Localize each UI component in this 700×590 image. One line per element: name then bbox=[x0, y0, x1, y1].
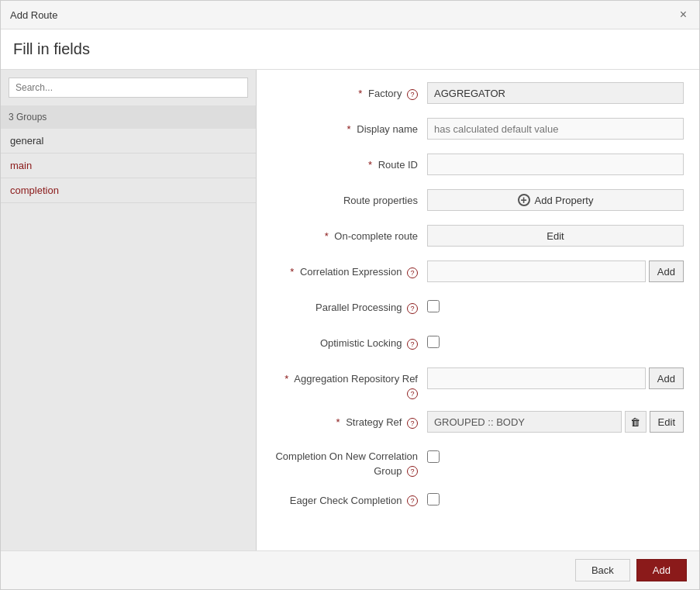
display-name-input[interactable] bbox=[427, 118, 684, 140]
search-container bbox=[1, 70, 256, 105]
dialog-subtitle: Fill in fields bbox=[1, 29, 699, 70]
eager-check-completion-label: Eager Check Completion ? bbox=[272, 489, 427, 508]
parallel-processing-checkbox[interactable] bbox=[427, 300, 440, 312]
optimistic-locking-row: Optimistic Locking ? bbox=[272, 332, 684, 357]
required-star: * bbox=[290, 266, 294, 278]
sidebar-item-completion[interactable]: completion bbox=[1, 178, 256, 203]
factory-help-icon[interactable]: ? bbox=[407, 89, 418, 100]
optimistic-locking-help-icon[interactable]: ? bbox=[407, 339, 418, 350]
completion-correlation-help-icon[interactable]: ? bbox=[407, 466, 418, 477]
eager-check-help-icon[interactable]: ? bbox=[407, 495, 418, 506]
add-circle-icon: + bbox=[518, 194, 530, 206]
back-button[interactable]: Back bbox=[575, 559, 630, 581]
completion-on-new-correlation-group-control bbox=[427, 447, 684, 463]
sidebar: 3 Groups general main completion bbox=[1, 70, 257, 550]
sidebar-item-main[interactable]: main bbox=[1, 154, 256, 178]
display-name-control bbox=[427, 118, 684, 140]
dialog-header: Add Route × bbox=[1, 1, 699, 29]
display-name-row: * Display name bbox=[272, 118, 684, 143]
dialog: Add Route × Fill in fields 3 Groups gene… bbox=[0, 0, 700, 590]
correlation-help-icon[interactable]: ? bbox=[407, 267, 418, 278]
strategy-ref-label: * Strategy Ref ? bbox=[272, 411, 427, 430]
search-input[interactable] bbox=[9, 78, 248, 98]
completion-on-new-correlation-group-checkbox[interactable] bbox=[427, 450, 440, 463]
route-properties-control: + Add Property bbox=[427, 189, 684, 211]
dialog-footer: Back Add bbox=[1, 550, 699, 589]
strategy-ref-help-icon[interactable]: ? bbox=[407, 418, 418, 429]
strategy-ref-row: * Strategy Ref ? GROUPED :: BODY 🗑 Edit bbox=[272, 411, 684, 436]
route-id-input[interactable] bbox=[427, 154, 684, 175]
add-property-button[interactable]: + Add Property bbox=[427, 189, 684, 211]
on-complete-route-row: * On-complete route Edit bbox=[272, 225, 684, 250]
factory-label: * Factory ? bbox=[272, 82, 427, 101]
factory-input[interactable] bbox=[427, 82, 684, 104]
required-star: * bbox=[358, 88, 362, 99]
parallel-processing-help-icon[interactable]: ? bbox=[407, 303, 418, 314]
correlation-expression-input[interactable] bbox=[427, 260, 646, 282]
required-star: * bbox=[284, 373, 288, 385]
on-complete-route-label: * On-complete route bbox=[272, 225, 427, 243]
route-id-label: * Route ID bbox=[272, 154, 427, 172]
parallel-processing-control bbox=[427, 296, 684, 312]
aggregation-repository-ref-label: * Aggregation Repository Ref ? bbox=[272, 367, 427, 400]
main-content: * Factory ? * Display name bbox=[257, 70, 699, 550]
eager-check-completion-control bbox=[427, 489, 684, 505]
strategy-ref-value: GROUPED :: BODY bbox=[427, 411, 622, 433]
correlation-expression-label: * Correlation Expression ? bbox=[272, 260, 427, 279]
optimistic-locking-label: Optimistic Locking ? bbox=[272, 332, 427, 350]
form-area: * Factory ? * Display name bbox=[257, 70, 699, 537]
display-name-label: * Display name bbox=[272, 118, 427, 136]
aggregation-repository-ref-row: * Aggregation Repository Ref ? Add bbox=[272, 367, 684, 400]
aggregation-repository-ref-control: Add bbox=[427, 367, 684, 389]
completion-on-new-correlation-group-label: Completion On New Correlation Group ? bbox=[272, 447, 427, 478]
add-button[interactable]: Add bbox=[636, 559, 687, 581]
eager-check-completion-checkbox[interactable] bbox=[427, 493, 440, 505]
route-properties-row: Route properties + Add Property bbox=[272, 189, 684, 214]
groups-header: 3 Groups bbox=[1, 105, 256, 129]
parallel-processing-row: Parallel Processing ? bbox=[272, 296, 684, 321]
dialog-body: 3 Groups general main completion * Facto… bbox=[1, 70, 699, 550]
route-properties-label: Route properties bbox=[272, 189, 427, 208]
route-id-row: * Route ID bbox=[272, 154, 684, 178]
eager-check-completion-row: Eager Check Completion ? bbox=[272, 489, 684, 514]
factory-row: * Factory ? bbox=[272, 82, 684, 107]
route-id-control bbox=[427, 154, 684, 175]
on-complete-route-control: Edit bbox=[427, 225, 684, 247]
correlation-expression-control: Add bbox=[427, 260, 684, 282]
correlation-expression-row: * Correlation Expression ? Add bbox=[272, 260, 684, 285]
parallel-processing-label: Parallel Processing ? bbox=[272, 296, 427, 315]
required-star: * bbox=[347, 123, 351, 135]
strategy-ref-delete-button[interactable]: 🗑 bbox=[625, 411, 647, 433]
aggregation-repository-ref-add-button[interactable]: Add bbox=[649, 367, 684, 389]
dialog-title: Add Route bbox=[10, 9, 57, 21]
correlation-expression-add-button[interactable]: Add bbox=[649, 260, 684, 282]
trash-icon: 🗑 bbox=[630, 416, 640, 428]
factory-control bbox=[427, 82, 684, 104]
close-button[interactable]: × bbox=[677, 7, 690, 22]
aggregation-help-icon[interactable]: ? bbox=[407, 388, 418, 399]
required-star: * bbox=[336, 416, 340, 428]
aggregation-repository-ref-input[interactable] bbox=[427, 367, 646, 389]
on-complete-route-edit-button[interactable]: Edit bbox=[427, 225, 684, 247]
strategy-ref-control: GROUPED :: BODY 🗑 Edit bbox=[427, 411, 684, 433]
completion-on-new-correlation-group-row: Completion On New Correlation Group ? bbox=[272, 447, 684, 478]
add-property-label: Add Property bbox=[535, 195, 594, 206]
strategy-ref-edit-button[interactable]: Edit bbox=[650, 411, 684, 433]
required-star: * bbox=[368, 159, 372, 171]
optimistic-locking-checkbox[interactable] bbox=[427, 336, 440, 348]
sidebar-item-general[interactable]: general bbox=[1, 129, 256, 154]
required-star: * bbox=[325, 230, 329, 242]
optimistic-locking-control bbox=[427, 332, 684, 348]
